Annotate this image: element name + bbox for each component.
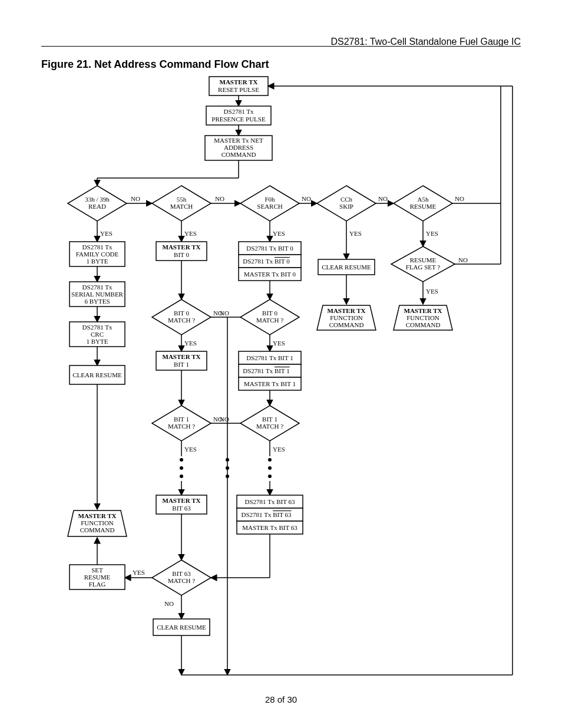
svg-text:BIT 0: BIT 0 [174,251,189,258]
node-master-tx-bit0: MASTER TX [163,243,201,251]
svg-text:1 BYTE: 1 BYTE [87,338,108,345]
node-reset-tx: MASTER TX [220,78,258,85]
svg-text:YES: YES [100,230,113,237]
svg-text:FLAG SET ?: FLAG SET ? [406,263,441,271]
svg-point-123 [226,466,229,470]
svg-text:BIT 63: BIT 63 [172,505,191,512]
svg-text:NO: NO [215,195,224,202]
diamond-resume-flag: RESUME [410,256,437,263]
node-tx-bit1-c: MASTER Tx BIT 1 [244,380,296,387]
node-tx-bit63-a: DS2781 Tx BIT 63 [245,498,295,505]
node-master-tx-bit1: MASTER TX [163,353,201,360]
svg-text:YES: YES [273,446,285,453]
svg-text:1 BYTE: 1 BYTE [87,258,108,265]
svg-text:NO: NO [220,416,229,423]
diamond-bit0-match-2: BIT 0 [262,309,277,317]
node-netcmd: MASTER Tx NET [214,137,263,144]
node-master-tx-bit63: MASTER TX [163,497,201,504]
node-presence: DS2781 Tx [224,108,254,115]
diamond-bit1-match-2: BIT 1 [262,416,277,423]
node-set-resume: SET [91,566,103,574]
svg-text:YES: YES [273,230,285,237]
svg-text:SKIP: SKIP [339,203,353,210]
svg-text:YES: YES [184,340,197,347]
svg-text:SEARCH: SEARCH [257,203,282,210]
diamond-a5h: A5h RESUME [394,186,452,221]
node-tx-bit0-c: MASTER Tx BIT 0 [244,271,296,278]
node-tx-bit0-a: DS2781 Tx BIT 0 [246,245,293,252]
diamond-bit0-match-1: BIT 0 [174,309,189,317]
svg-point-125 [268,458,272,462]
figure-title: Figure 21. Net Address Command Flow Char… [41,58,269,71]
page-footer: 28 of 30 [0,694,562,704]
diamond-bit1-match-1: BIT 1 [174,416,189,423]
node-serial: DS2781 Tx [82,284,113,291]
svg-text:YES: YES [426,288,438,295]
svg-text:NO: NO [131,195,140,202]
diamond-f0h: F0h SEARCH [240,186,299,221]
svg-text:COMMAND: COMMAND [80,526,115,533]
svg-text:NO: NO [302,195,311,202]
svg-text:MATCH ?: MATCH ? [168,423,195,430]
svg-text:NO: NO [378,195,388,202]
svg-text:MATCH ?: MATCH ? [256,317,283,324]
svg-text:RESUME: RESUME [410,203,437,210]
svg-text:F0h: F0h [265,196,275,203]
svg-text:ADDRESS: ADDRESS [224,144,253,151]
svg-point-81 [180,475,183,478]
svg-point-126 [268,466,272,470]
svg-text:YES: YES [184,446,197,453]
svg-text:FUNCTION: FUNCTION [81,519,114,526]
svg-text:FUNCTION: FUNCTION [406,314,439,321]
svg-text:COMMAND: COMMAND [222,151,256,158]
svg-text:FUNCTION: FUNCTION [330,314,363,321]
svg-text:YES: YES [349,230,362,237]
svg-text:6 BYTES: 6 BYTES [84,298,110,305]
svg-text:MATCH ?: MATCH ? [256,423,283,430]
svg-text:BIT 1: BIT 1 [174,361,189,368]
svg-point-127 [268,475,272,478]
svg-text:MATCH ?: MATCH ? [168,577,195,584]
svg-text:FAMILY CODE: FAMILY CODE [76,251,119,258]
svg-text:MATCH ?: MATCH ? [168,317,195,324]
node-master-tx-fn-1: MASTER TX [78,512,117,519]
svg-point-124 [226,475,229,478]
svg-point-79 [180,458,183,462]
svg-text:NO: NO [458,256,468,263]
divider [41,46,521,47]
node-tx-bit1-a: DS2781 Tx BIT 1 [246,354,293,361]
svg-text:YES: YES [273,340,285,347]
svg-text:RESET PULSE: RESET PULSE [218,86,259,93]
svg-text:YES: YES [133,569,145,576]
node-tx-bit63-b: DS2781 Tx BIT 63 [242,511,292,518]
node-master-tx-fn-2: MASTER TX [328,307,366,314]
svg-text:CRC: CRC [91,331,104,338]
svg-text:YES: YES [426,230,438,237]
node-clear-resume-cc: CLEAR RESUME [322,263,371,271]
node-family-code: DS2781 Tx [82,243,113,251]
svg-text:NO: NO [164,600,174,607]
svg-text:FLAG: FLAG [89,581,106,588]
node-clear-resume-1: CLEAR RESUME [72,371,122,378]
node-clear-resume-2: CLEAR RESUME [157,624,206,631]
svg-point-80 [180,466,183,470]
node-tx-bit0-b: DS2781 Tx BIT 0 [243,258,290,265]
svg-text:COMMAND: COMMAND [329,321,364,328]
flowchart: MASTER TX RESET PULSE DS2781 Tx PRESENCE… [41,71,521,684]
svg-text:33h / 39h: 33h / 39h [85,196,110,203]
svg-text:READ: READ [88,203,106,210]
svg-text:SERIAL NUMBER: SERIAL NUMBER [71,291,124,298]
svg-text:YES: YES [184,230,197,237]
diamond-33h: 33h / 39h READ [68,186,127,221]
svg-text:NO: NO [220,309,229,317]
node-master-tx-fn-3: MASTER TX [404,307,442,314]
svg-text:COMMAND: COMMAND [406,321,441,328]
node-crc: DS2781 Tx [82,324,113,331]
svg-text:CCh: CCh [340,196,353,203]
svg-text:RESUME: RESUME [84,574,111,581]
diamond-bit63-match: BIT 63 [172,570,191,577]
diamond-55h: 55h MATCH [152,186,211,221]
svg-text:MATCH: MATCH [170,203,193,210]
node-tx-bit63-c: MASTER Tx BIT 63 [242,524,297,531]
node-tx-bit1-b: DS2781 Tx BIT 1 [243,367,289,374]
